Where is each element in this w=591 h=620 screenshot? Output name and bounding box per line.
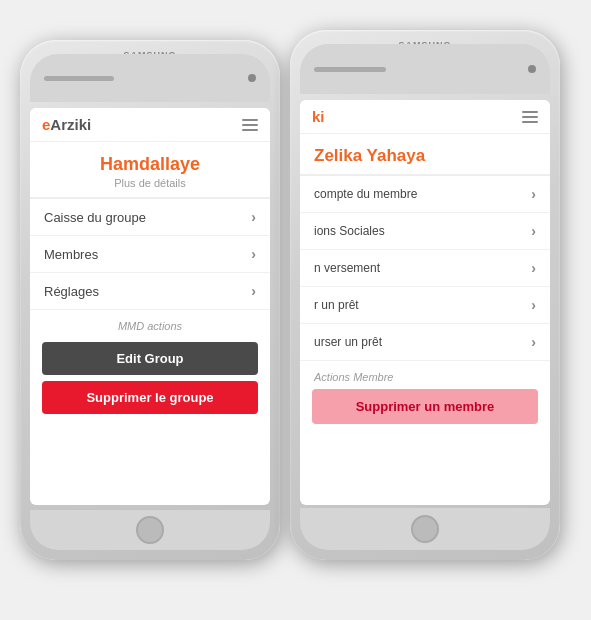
menu-item-caisse-label: Caisse du groupe: [44, 210, 146, 225]
hamburger-line-4: [522, 111, 538, 113]
edit-group-button[interactable]: Edit Group: [42, 342, 258, 375]
phone-2-topbar: [300, 44, 550, 94]
app-logo-2: ki: [312, 108, 325, 125]
hamburger-line-6: [522, 121, 538, 123]
menu-item-sociales-label: ions Sociales: [314, 224, 385, 238]
hamburger-line-3: [242, 129, 258, 131]
action-buttons: Edit Group Supprimer le groupe: [30, 338, 270, 418]
user-name: Zelika Yahaya: [314, 146, 536, 166]
actions-membre-label: Actions Membre: [300, 361, 550, 389]
hamburger-line-2: [242, 124, 258, 126]
phone-1-camera: [248, 74, 256, 82]
chevron-rembourser: ›: [531, 334, 536, 350]
phone-2-home-button[interactable]: [411, 515, 439, 543]
delete-member-button[interactable]: Supprimer un membre: [312, 389, 538, 424]
user-title-area: Zelika Yahaya: [300, 134, 550, 175]
menu-item-sociales[interactable]: ions Sociales ›: [300, 213, 550, 250]
menu-list: Caisse du groupe › Membres › Réglages ›: [30, 198, 270, 310]
mmd-section-label: MMD actions: [30, 310, 270, 338]
chevron-sociales: ›: [531, 223, 536, 239]
app-header-2: ki: [300, 100, 550, 134]
phone-2-camera: [528, 65, 536, 73]
logo-rest: Arziki: [50, 116, 91, 133]
phone-1-screen: eArziki Hamdallaye Plus de détails: [30, 108, 270, 505]
chevron-pret: ›: [531, 297, 536, 313]
phone-2-speaker: [314, 67, 386, 72]
chevron-compte: ›: [531, 186, 536, 202]
phone-1-app: eArziki Hamdallaye Plus de détails: [30, 108, 270, 505]
group-name: Hamdallaye: [38, 154, 262, 175]
group-subtitle: Plus de détails: [38, 177, 262, 189]
hamburger-menu[interactable]: [242, 119, 258, 131]
menu-item-versement-label: n versement: [314, 261, 380, 275]
menu-item-rembourser[interactable]: urser un prêt ›: [300, 324, 550, 361]
phone-1-topbar: [30, 54, 270, 102]
chevron-reglages: ›: [251, 283, 256, 299]
menu-item-reglages-label: Réglages: [44, 284, 99, 299]
app-logo: eArziki: [42, 116, 91, 133]
phone-2: SAMSUNG ki Zel: [290, 30, 560, 560]
menu-item-membres[interactable]: Membres ›: [30, 236, 270, 273]
chevron-membres: ›: [251, 246, 256, 262]
phone-2-bottombar: [300, 508, 550, 550]
menu-item-pret-label: r un prêt: [314, 298, 359, 312]
phone-1-home-button[interactable]: [136, 516, 164, 544]
chevron-caisse: ›: [251, 209, 256, 225]
menu-item-pret[interactable]: r un prêt ›: [300, 287, 550, 324]
menu-item-compte[interactable]: compte du membre ›: [300, 176, 550, 213]
hamburger-line-5: [522, 116, 538, 118]
hamburger-menu-2[interactable]: [522, 111, 538, 123]
menu-item-membres-label: Membres: [44, 247, 98, 262]
phone-1-bottombar: [30, 510, 270, 550]
menu-item-reglages[interactable]: Réglages ›: [30, 273, 270, 310]
delete-group-button[interactable]: Supprimer le groupe: [42, 381, 258, 414]
menu-item-rembourser-label: urser un prêt: [314, 335, 382, 349]
group-title-area: Hamdallaye Plus de détails: [30, 142, 270, 198]
menu-item-compte-label: compte du membre: [314, 187, 417, 201]
phone-2-app: ki Zelika Yahaya compte du membre: [300, 100, 550, 505]
phone-1: SAMSUNG eArziki: [20, 40, 280, 560]
app-header: eArziki: [30, 108, 270, 142]
hamburger-line-1: [242, 119, 258, 121]
menu-list-2: compte du membre › ions Sociales › n ver…: [300, 175, 550, 361]
menu-item-caisse[interactable]: Caisse du groupe ›: [30, 199, 270, 236]
phone-1-speaker: [44, 76, 114, 81]
scene: SAMSUNG eArziki: [0, 0, 591, 620]
menu-item-versement[interactable]: n versement ›: [300, 250, 550, 287]
phone-2-screen: ki Zelika Yahaya compte du membre: [300, 100, 550, 505]
chevron-versement: ›: [531, 260, 536, 276]
logo-fragment: ki: [312, 108, 325, 125]
